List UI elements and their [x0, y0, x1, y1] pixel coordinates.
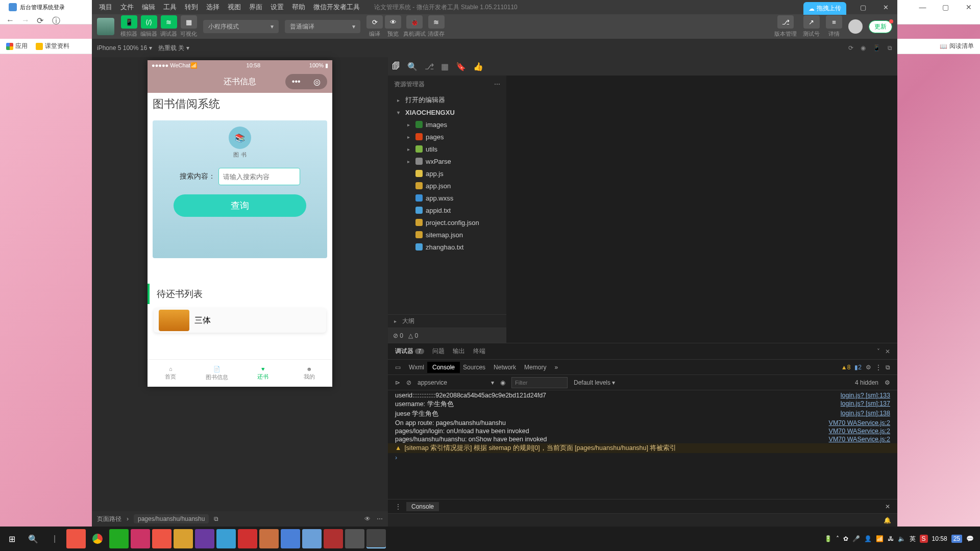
git-icon[interactable]: ⎇ — [425, 62, 434, 71]
build-select[interactable]: 普通编译▾ — [285, 20, 360, 33]
palette-icon[interactable]: 👍 — [473, 62, 483, 71]
terminal-tab[interactable]: 终端 — [473, 347, 485, 356]
popout-icon[interactable]: ⧉ — [888, 44, 892, 52]
browser-minimize-button[interactable]: — — [911, 0, 934, 14]
devtools-dock-icon[interactable]: ⧉ — [886, 364, 890, 371]
console-prompt[interactable]: › — [388, 453, 897, 462]
taskbar-app-2[interactable] — [131, 529, 150, 548]
console-drawer-handle-icon[interactable]: ⋮ — [395, 503, 401, 510]
file-tree-item[interactable]: app.js — [388, 167, 506, 180]
console-drawer-close-icon[interactable]: ✕ — [885, 503, 890, 510]
hidden-count[interactable]: 4 hidden — [855, 379, 878, 386]
console-settings-icon[interactable]: ⚙ — [885, 379, 890, 386]
taskbar-app-8[interactable] — [281, 529, 300, 548]
bookmark-apps[interactable]: 应用 — [6, 42, 28, 51]
console-clear-icon[interactable]: ⊘ — [406, 379, 411, 386]
device-debug-button[interactable]: 🐞 — [406, 15, 423, 29]
console-drawer-tab[interactable]: Console — [406, 502, 439, 511]
taskbar-app-3[interactable] — [152, 529, 172, 548]
tray-date-badge[interactable]: 25 — [951, 535, 962, 543]
devtools-memory-tab[interactable]: Memory — [524, 364, 546, 371]
cloud-upload-button[interactable]: ☁拖拽上传 — [803, 2, 846, 15]
copy-path-icon[interactable]: ⧉ — [214, 515, 218, 522]
warnings-count[interactable]: △ 0 — [408, 332, 418, 339]
debugger-mode-button[interactable]: ≋ — [161, 15, 177, 29]
panel-toggle-icon[interactable]: ˅ — [877, 348, 880, 355]
hot-reload-toggle[interactable]: 热重载 关▾ — [158, 44, 189, 53]
bookmark-teaching[interactable]: 课堂资料 — [36, 42, 69, 51]
tabbar-mine[interactable]: ☻我的 — [286, 360, 333, 387]
tray-app-icon-1[interactable]: ✿ — [843, 535, 848, 542]
search-taskbar-icon[interactable]: 🔍 — [23, 529, 43, 548]
browser-tab[interactable]: 后台管理系统登录 — [3, 0, 71, 14]
search-input[interactable] — [218, 168, 300, 185]
search-icon[interactable]: 🔍 — [407, 62, 418, 71]
browser-close-button[interactable]: ✕ — [957, 0, 980, 14]
explorer-more-icon[interactable]: ⋯ — [494, 81, 500, 88]
tray-volume-icon[interactable]: 🔈 — [898, 535, 905, 542]
taskbar-file-explorer[interactable] — [174, 529, 193, 548]
compile-button[interactable]: ⟳ — [366, 15, 383, 29]
mode-select[interactable]: 小程序模式▾ — [203, 20, 279, 33]
vcs-button[interactable]: ⎇ — [777, 15, 794, 29]
taskbar-devtools-active[interactable] — [366, 529, 386, 548]
menu-interface[interactable]: 界面 — [245, 3, 266, 12]
file-tree-item[interactable]: ▸wxParse — [388, 155, 506, 167]
menu-tools[interactable]: 工具 — [159, 3, 181, 12]
debugger-tab[interactable]: 调试器 7 — [395, 347, 424, 356]
menu-view[interactable]: 视图 — [224, 3, 245, 12]
tray-chevron-icon[interactable]: ˄ — [836, 535, 839, 542]
tabbar-home[interactable]: ⌂首页 — [148, 360, 194, 387]
context-select[interactable]: appservice▾ — [418, 379, 494, 386]
eye-icon[interactable]: 👁 — [364, 515, 371, 522]
file-tree-item[interactable]: app.json — [388, 180, 506, 192]
devtools-sources-tab[interactable]: Sources — [463, 364, 485, 371]
tray-notifications-icon[interactable]: 💬 — [966, 535, 974, 542]
problems-tab[interactable]: 问题 — [432, 347, 445, 356]
taskbar-app-10[interactable] — [324, 529, 343, 548]
ide-maximize-button[interactable]: ▢ — [851, 0, 874, 14]
explorer-icon[interactable]: 🗐 — [392, 62, 400, 71]
file-tree-item[interactable]: app.wxss — [388, 192, 506, 204]
ide-close-button[interactable]: ✕ — [874, 0, 897, 14]
device-select[interactable]: iPhone 5 100% 16▾ — [97, 44, 152, 52]
taskbar-app-4[interactable] — [195, 529, 214, 548]
capsule-button[interactable]: •••◎ — [285, 74, 327, 89]
menu-goto[interactable]: 转到 — [181, 3, 202, 12]
menu-edit[interactable]: 编辑 — [138, 3, 159, 12]
record-icon[interactable]: ◉ — [861, 44, 866, 52]
file-tree-item[interactable]: project.config.json — [388, 216, 506, 229]
query-button[interactable]: 查询 — [174, 194, 306, 217]
file-tree-item[interactable]: zhanghao.txt — [388, 241, 506, 253]
tray-clock[interactable]: 10:58 — [932, 535, 947, 542]
browser-maximize-button[interactable]: ▢ — [934, 0, 957, 14]
test-id-button[interactable]: ↗ — [803, 15, 820, 29]
nav-forward-icon[interactable]: → — [21, 16, 30, 24]
open-editors-section[interactable]: ▸打开的编辑器 — [388, 94, 506, 106]
tray-app-icon-4[interactable]: 📶 — [876, 535, 884, 542]
taskbar-app-11[interactable] — [345, 529, 364, 548]
devtools-more-tab[interactable]: » — [554, 364, 558, 371]
visual-mode-button[interactable]: ▦ — [181, 15, 197, 29]
file-tree-item[interactable]: appid.txt — [388, 204, 506, 216]
output-tab[interactable]: 输出 — [453, 347, 465, 356]
editor-mode-button[interactable]: ⟨/⟩ — [141, 15, 157, 29]
nav-info-icon[interactable]: ⓘ — [52, 16, 60, 24]
bookmark-icon[interactable]: 🔖 — [456, 62, 466, 71]
console-play-icon[interactable]: ⊳ — [395, 379, 400, 386]
menu-settings[interactable]: 设置 — [266, 3, 288, 12]
file-tree-item[interactable]: ▸utils — [388, 143, 506, 155]
clear-cache-button[interactable]: ≋ — [428, 15, 445, 29]
nav-back-icon[interactable]: ← — [6, 16, 14, 24]
tray-ime-lang[interactable]: 英 — [910, 535, 916, 543]
start-button[interactable]: ⊞ — [2, 529, 21, 548]
project-root[interactable]: ▾XIAOCHENGXU — [388, 106, 506, 118]
tabbar-book-info[interactable]: 📄图书信息 — [194, 360, 240, 387]
taskbar-chrome[interactable] — [88, 529, 107, 548]
panel-close-icon[interactable]: ✕ — [885, 348, 890, 355]
outline-section[interactable]: ▸大纲 — [388, 314, 506, 328]
menu-project[interactable]: 项目 — [95, 3, 116, 12]
devtools-settings-icon[interactable]: ⚙ — [866, 364, 871, 371]
list-item[interactable]: 三体 — [154, 308, 326, 333]
taskbar-app-6[interactable] — [238, 529, 257, 548]
